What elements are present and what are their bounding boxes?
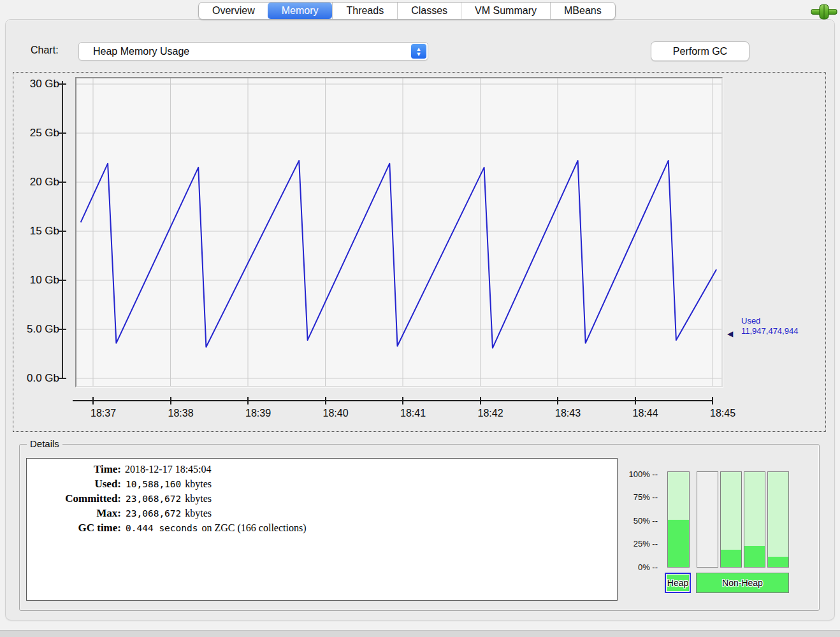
- non-heap-button[interactable]: Non-Heap: [696, 573, 789, 593]
- meter-percent-label: 100% --: [622, 469, 658, 479]
- x-tick-mark: [712, 397, 713, 404]
- x-tick-label: 18:37: [91, 408, 116, 419]
- x-tick-mark: [247, 397, 249, 404]
- used-value-callout: ◀ Used 11,947,474,944: [741, 316, 798, 336]
- tab-classes[interactable]: Classes: [397, 3, 461, 19]
- x-tick-label: 18:43: [555, 408, 581, 419]
- detail-value-unit: kbytes: [185, 493, 212, 505]
- x-tick-mark: [170, 397, 171, 404]
- y-tick-label: 15 Gb: [17, 225, 59, 238]
- x-tick-mark: [325, 397, 326, 404]
- y-tick-label: 10 Gb: [17, 274, 59, 287]
- detail-value-unit: kbytes: [185, 478, 212, 490]
- y-axis-line: [62, 81, 63, 378]
- x-tick-label: 18:42: [478, 408, 503, 419]
- meter-fill: [668, 520, 689, 568]
- chevron-up-down-icon[interactable]: ▲ ▼: [411, 44, 426, 59]
- meter-percent-label: 75% --: [622, 492, 658, 502]
- x-tick-label: 18:39: [245, 408, 271, 419]
- y-tick-mark: [59, 280, 66, 281]
- meter-percent-label: 0% --: [622, 562, 658, 571]
- x-tick-label: 18:45: [710, 408, 735, 419]
- x-tick-label: 18:38: [168, 408, 194, 419]
- detail-value-unit: on ZGC (166 collections): [202, 522, 307, 534]
- details-group-title: Details: [27, 438, 62, 449]
- tab-mbeans[interactable]: MBeans: [550, 3, 615, 19]
- chart-select[interactable]: Heap Memory Usage ▲ ▼: [78, 42, 428, 61]
- memory-pool-meter-non-heap-pool-3: [744, 471, 765, 568]
- chart-plot-area: [75, 77, 723, 387]
- x-tick-mark: [480, 397, 481, 404]
- heap-usage-line-chart: [76, 78, 721, 386]
- chevron-down-icon: ▼: [416, 52, 422, 57]
- detail-label: Committed:: [27, 492, 121, 505]
- x-tick-label: 18:44: [633, 408, 658, 419]
- y-tick-mark: [59, 329, 66, 330]
- meter-fill: [721, 550, 741, 567]
- memory-pool-meter-non-heap-pool-1: [697, 471, 718, 568]
- memory-pool-meter-non-heap-pool-4: [767, 471, 789, 568]
- meter-fill: [768, 557, 788, 567]
- x-tick-mark: [635, 397, 636, 404]
- heap-button[interactable]: Heap: [665, 573, 691, 593]
- x-tick-label: 18:40: [323, 408, 349, 419]
- y-tick-label: 0.0 Gb: [17, 372, 59, 385]
- chart-select-value: Heap Memory Usage: [79, 46, 189, 57]
- connected-plug-icon: [809, 3, 839, 20]
- y-tick-mark: [59, 182, 66, 183]
- y-tick-label: 20 Gb: [17, 176, 59, 189]
- x-tick-label: 18:41: [400, 408, 426, 419]
- y-tick-label: 25 Gb: [17, 127, 59, 140]
- y-tick-mark: [59, 83, 66, 85]
- meter-percent-label: 50% --: [622, 515, 658, 525]
- detail-row-committed: Committed: 23,068,672 kbytes: [27, 492, 617, 507]
- detail-value: 2018-12-17 18:45:04: [125, 464, 212, 475]
- detail-label: Max:: [27, 507, 121, 520]
- detail-value-number: 10,588,160: [126, 479, 181, 489]
- chart-select-label: Chart:: [31, 45, 59, 56]
- used-heap-series-line: [81, 161, 717, 348]
- x-axis-line: [73, 400, 713, 401]
- detail-value-number: 23,068,672: [126, 508, 181, 519]
- memory-pool-meter-heap: [667, 471, 690, 568]
- x-tick-mark: [402, 397, 403, 404]
- y-tick-mark: [59, 132, 66, 134]
- y-tick-label: 5.0 Gb: [17, 323, 59, 336]
- detail-row-time: Time: 2018-12-17 18:45:04: [27, 463, 617, 478]
- window-bottom-strip: [0, 630, 840, 637]
- y-tick-mark: [59, 231, 66, 232]
- detail-label: Time:: [27, 463, 121, 476]
- detail-value-unit: kbytes: [185, 508, 212, 519]
- detail-value-number: 23,068,672: [126, 494, 181, 504]
- tab-threads[interactable]: Threads: [332, 3, 397, 19]
- x-tick-mark: [557, 397, 558, 404]
- tab-vm-summary[interactable]: VM Summary: [461, 3, 550, 19]
- tab-memory[interactable]: Memory: [268, 3, 333, 19]
- y-tick-label: 30 Gb: [17, 78, 59, 90]
- detail-label: Used:: [27, 478, 121, 490]
- details-text-box: Time: 2018-12-17 18:45:04 Used: 10,588,1…: [26, 458, 618, 601]
- detail-row-max: Max: 23,068,672 kbytes: [27, 507, 617, 522]
- detail-label: GC time:: [27, 522, 121, 534]
- y-tick-mark: [59, 378, 66, 379]
- left-arrow-marker-icon: ◀: [727, 329, 733, 339]
- meter-fill: [744, 546, 765, 567]
- detail-row-gc-time: GC time: 0.444 seconds on ZGC (166 colle…: [27, 522, 617, 536]
- used-callout-value: 11,947,474,944: [741, 326, 798, 336]
- perform-gc-button[interactable]: Perform GC: [651, 41, 749, 61]
- meter-percent-label: 25% --: [622, 539, 658, 548]
- x-axis: 18:3718:3818:3918:4018:4118:4218:4318:44…: [13, 396, 827, 428]
- detail-row-used: Used: 10,588,160 kbytes: [27, 478, 617, 492]
- detail-value-number: 0.444 seconds: [126, 523, 198, 533]
- tab-bar: Overview Memory Threads Classes VM Summa…: [198, 2, 616, 20]
- tab-overview[interactable]: Overview: [199, 3, 268, 19]
- heap-memory-chart-panel: 30 Gb25 Gb20 Gb15 Gb10 Gb5.0 Gb0.0 Gb 18…: [13, 72, 826, 432]
- x-tick-mark: [92, 397, 94, 404]
- used-callout-title: Used: [741, 316, 798, 326]
- memory-pool-meter-non-heap-pool-2: [720, 471, 742, 568]
